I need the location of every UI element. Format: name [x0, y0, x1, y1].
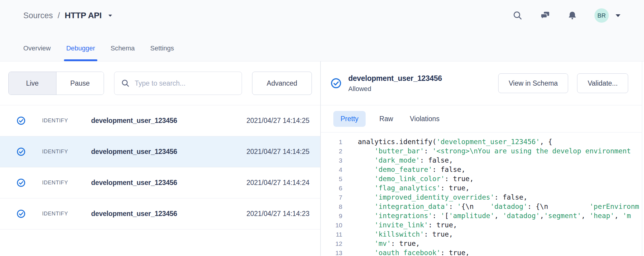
code-line: 4 'demo_feature': false,: [321, 165, 642, 174]
nav-tab-settings[interactable]: Settings: [150, 43, 174, 61]
event-timestamp: 2021/04/27 14:14:25: [246, 148, 309, 156]
topbar: Sources / HTTP API: [0, 0, 644, 23]
nav-tab-overview[interactable]: Overview: [23, 43, 51, 61]
event-type: IDENTIFY: [42, 180, 76, 186]
event-allowed-check-icon: [16, 116, 26, 125]
live-button[interactable]: Live: [9, 72, 56, 95]
breadcrumb-section[interactable]: Sources: [23, 11, 53, 20]
event-type: IDENTIFY: [42, 211, 76, 217]
code-line: 9 'integrations': '['amplitude', 'datado…: [321, 211, 642, 220]
line-number: 3: [321, 156, 342, 165]
search-box[interactable]: [114, 72, 242, 95]
live-pause-toggle: Live Pause: [8, 72, 104, 95]
code-line: 7 'improved_identity_overrides': false,: [321, 193, 642, 202]
event-name: development_user_123456: [91, 148, 177, 156]
topbar-actions: BR: [513, 8, 621, 23]
code-line: 10 'invite_link': true,: [321, 220, 642, 230]
chat-icon[interactable]: [540, 10, 550, 21]
event-timestamp: 2021/04/27 14:14:24: [246, 179, 309, 187]
code-text: analytics.identify('development_user_123…: [358, 137, 552, 146]
code-text: 'dark_mode': false,: [358, 156, 453, 165]
nav-tab-debugger[interactable]: Debugger: [66, 43, 95, 61]
code-text: 'invite_link': true,: [358, 220, 457, 230]
breadcrumb: Sources / HTTP API: [23, 11, 112, 20]
scrollbar-track[interactable]: [642, 106, 644, 123]
code-text: 'demo_feature': false,: [358, 165, 465, 174]
nav-tab-schema[interactable]: Schema: [111, 43, 135, 61]
breadcrumb-separator: /: [58, 11, 60, 20]
detail-actions: View in Schema Validate...: [498, 73, 628, 93]
code-text: 'oauth_facebook': true,: [358, 248, 470, 256]
line-number: 2: [321, 146, 342, 156]
debugger-event-panel: Live Pause Advanced: [0, 61, 321, 256]
detail-header: development_user_123456 Allowed View in …: [321, 61, 642, 105]
detail-event-name: development_user_123456: [348, 74, 442, 83]
event-timestamp: 2021/04/27 14:14:25: [246, 117, 309, 125]
avatar-caret-icon[interactable]: [615, 14, 621, 17]
line-number: 7: [321, 193, 342, 202]
event-row[interactable]: IDENTIFY development_user_123456 2021/04…: [0, 198, 320, 229]
event-row[interactable]: IDENTIFY development_user_123456 2021/04…: [0, 167, 320, 198]
event-list: IDENTIFY development_user_123456 2021/04…: [0, 105, 320, 256]
main-content: Live Pause Advanced: [0, 61, 644, 256]
event-type: IDENTIFY: [42, 149, 76, 155]
code-line: 13 'oauth_facebook': true,: [321, 248, 642, 256]
line-number: 6: [321, 183, 342, 193]
detail-tab-raw[interactable]: Raw: [376, 111, 396, 127]
pause-button[interactable]: Pause: [56, 72, 104, 95]
code-line: 1 analytics.identify('development_user_1…: [321, 137, 642, 146]
event-detail-panel: development_user_123456 Allowed View in …: [321, 61, 642, 256]
code-text: 'mv': true,: [358, 239, 420, 248]
code-text: 'killswitch': true,: [358, 230, 453, 239]
event-row[interactable]: IDENTIFY development_user_123456 2021/04…: [0, 105, 320, 136]
detail-tab-violations[interactable]: Violations: [407, 111, 442, 127]
code-text: 'integrations': '['amplitude', 'datadog'…: [358, 211, 631, 220]
debugger-toolbar: Live Pause Advanced: [0, 61, 320, 105]
event-allowed-check-icon: [16, 178, 26, 187]
detail-tab-pretty[interactable]: Pretty: [333, 111, 366, 127]
code-text: 'flag_analytics': true,: [358, 183, 470, 193]
view-in-schema-button[interactable]: View in Schema: [498, 73, 568, 93]
code-line: 6 'flag_analytics': true,: [321, 183, 642, 193]
advanced-button[interactable]: Advanced: [252, 72, 312, 95]
search-input-icon: [121, 79, 130, 88]
line-number: 8: [321, 202, 342, 211]
line-number: 9: [321, 211, 342, 220]
bell-icon[interactable]: [568, 10, 577, 21]
avatar[interactable]: BR: [594, 8, 609, 23]
detail-tabs: PrettyRawViolations: [321, 105, 642, 132]
event-name: development_user_123456: [91, 210, 177, 218]
line-number: 10: [321, 220, 342, 230]
event-name: development_user_123456: [91, 179, 177, 187]
line-number: 4: [321, 165, 342, 174]
code-line: 5 'demo_link_color': true,: [321, 174, 642, 183]
user-menu[interactable]: BR: [594, 8, 621, 23]
app-header: Sources / HTTP API: [0, 0, 644, 61]
code-text: 'butter_bar': '<strong>\nYou are using t…: [358, 146, 631, 156]
line-number: 13: [321, 248, 342, 256]
event-row[interactable]: IDENTIFY development_user_123456 2021/04…: [0, 136, 320, 167]
event-name: development_user_123456: [91, 117, 177, 125]
detail-titles: development_user_123456 Allowed: [348, 74, 442, 93]
line-number: 12: [321, 239, 342, 248]
event-allowed-check-icon: [16, 209, 26, 218]
code-line: 2 'butter_bar': '<strong>\nYou are using…: [321, 146, 642, 156]
event-type: IDENTIFY: [42, 118, 76, 124]
event-allowed-check-icon: [16, 147, 26, 156]
search-icon[interactable]: [513, 10, 523, 21]
nav-tabs: OverviewDebuggerSchemaSettings: [23, 43, 174, 61]
code-text: 'integration_data': '{\n 'datadog': {\n …: [358, 202, 639, 211]
code-text: 'improved_identity_overrides': false,: [358, 193, 528, 202]
code-line: 8 'integration_data': '{\n 'datadog': {\…: [321, 202, 642, 211]
validate-button[interactable]: Validate...: [577, 73, 628, 93]
detail-allowed-check-icon: [330, 78, 342, 89]
payload-code-view: 1 analytics.identify('development_user_1…: [321, 132, 642, 256]
breadcrumb-caret-icon[interactable]: [108, 14, 112, 17]
code-line: 12 'mv': true,: [321, 239, 642, 248]
breadcrumb-current: HTTP API: [65, 11, 102, 20]
detail-status-label: Allowed: [348, 85, 442, 93]
line-number: 1: [321, 137, 342, 146]
search-input[interactable]: [135, 79, 235, 87]
code-line: 3 'dark_mode': false,: [321, 156, 642, 165]
code-text: 'demo_link_color': true,: [358, 174, 474, 183]
